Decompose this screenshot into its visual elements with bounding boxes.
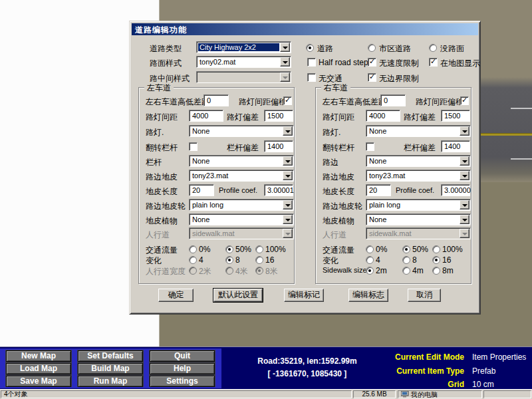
- variation-16-radio[interactable]: [432, 256, 440, 264]
- variation-4-radio[interactable]: [366, 256, 374, 264]
- ground-plant-select[interactable]: None: [189, 213, 294, 225]
- new-map-button[interactable]: New Map: [6, 350, 71, 362]
- sidewalk-size-8m-radio[interactable]: [432, 267, 440, 275]
- radio-urban-road[interactable]: [368, 44, 376, 52]
- ok-button[interactable]: 确定: [158, 289, 194, 302]
- lamp-offset-checkbox[interactable]: [283, 96, 292, 105]
- dropdown-arrow-icon[interactable]: [283, 215, 293, 224]
- traffic-50-radio[interactable]: [402, 245, 410, 253]
- lamp-spacing-input[interactable]: 4000: [366, 110, 400, 122]
- dropdown-arrow-icon[interactable]: [460, 171, 469, 180]
- ground-length-input[interactable]: 20: [366, 184, 391, 196]
- flip-rail-checkbox[interactable]: [366, 142, 374, 151]
- variation-8-radio[interactable]: [402, 256, 410, 264]
- variation-4-radio[interactable]: [189, 256, 197, 264]
- lamp-select[interactable]: None: [189, 125, 294, 137]
- height-diff-input[interactable]: 0: [380, 94, 406, 106]
- dropdown-arrow-icon[interactable]: [283, 171, 293, 180]
- lamp-dev-input[interactable]: 1500: [264, 110, 293, 122]
- traffic-50-radio[interactable]: [225, 245, 233, 253]
- dropdown-arrow-icon[interactable]: [280, 57, 290, 66]
- dropdown-arrow-icon[interactable]: [283, 200, 293, 209]
- grid-row: Grid 10 cm: [372, 380, 531, 389]
- sidewalk-size-4m-radio[interactable]: [402, 267, 410, 275]
- lamp-dev-label: 路灯偏差: [404, 112, 436, 123]
- road-type-value: City Highway 2x2: [198, 43, 279, 51]
- profile-coef-input[interactable]: 3.00000: [441, 184, 470, 196]
- ground-length-input[interactable]: 20: [189, 184, 214, 196]
- ground-plant-select[interactable]: None: [366, 213, 471, 225]
- dialog-titlebar[interactable]: 道路编辑功能: [132, 23, 478, 35]
- settings-button[interactable]: Settings: [150, 376, 215, 387]
- dropdown-arrow-icon[interactable]: [283, 126, 293, 136]
- default-settings-button[interactable]: 默认此设置: [213, 289, 263, 302]
- quit-button[interactable]: Quit: [150, 350, 215, 362]
- dropdown-arrow-icon[interactable]: [283, 156, 293, 166]
- rail-dev-label: 栏杆偏差: [404, 142, 436, 154]
- object-count-cell: 4个对象: [1, 390, 352, 398]
- show-on-map-label: 在地图显示: [440, 58, 480, 69]
- dropdown-arrow-icon[interactable]: [460, 200, 469, 209]
- lamp-offset-checkbox[interactable]: [460, 96, 469, 105]
- no-traffic-checkbox[interactable]: [307, 73, 316, 82]
- traffic-100-radio[interactable]: [255, 245, 263, 253]
- save-map-button[interactable]: Save Map: [6, 376, 71, 387]
- lamp-spacing-input[interactable]: 4000: [189, 110, 223, 122]
- radio-road[interactable]: [306, 44, 314, 52]
- no-speed-limit-checkbox[interactable]: [368, 58, 376, 66]
- edit-mark-button[interactable]: 编辑标记: [284, 289, 324, 302]
- rail-dev-input[interactable]: 1400: [264, 140, 293, 152]
- edit-sign-button[interactable]: 编辑标志: [348, 289, 388, 302]
- build-map-button[interactable]: Build Map: [78, 363, 143, 374]
- variation-8-radio[interactable]: [225, 256, 233, 264]
- traffic-50-label: 50%: [412, 245, 428, 254]
- lamp-label: 路灯.: [146, 127, 164, 138]
- variation-16-radio[interactable]: [255, 256, 263, 264]
- bottom-toolbar: New Map Load Map Save Map Set Defaults B…: [0, 346, 532, 389]
- roadside-ground-select[interactable]: tony23.mat: [366, 170, 471, 182]
- traffic-100-radio[interactable]: [432, 245, 440, 253]
- dropdown-arrow-icon[interactable]: [460, 215, 469, 224]
- set-defaults-button[interactable]: Set Defaults: [78, 350, 143, 362]
- traffic-0-radio[interactable]: [189, 245, 197, 253]
- sidewalk-width-4-label: 4米: [235, 266, 248, 277]
- ground-profile-label: 路边地皮轮: [146, 201, 186, 212]
- rail-select[interactable]: None: [189, 155, 294, 167]
- lamp-dev-input[interactable]: 1500: [441, 110, 470, 122]
- dropdown-arrow-icon[interactable]: [460, 126, 469, 136]
- half-road-step-checkbox[interactable]: [307, 58, 316, 66]
- ground-profile-label: 路边地皮轮: [323, 201, 362, 212]
- load-map-button[interactable]: Load Map: [6, 363, 71, 374]
- sidewalk-size-2m-radio[interactable]: [366, 267, 374, 275]
- roadside-label: 路边: [323, 157, 338, 168]
- run-map-button[interactable]: Run Map: [78, 376, 143, 387]
- radio-no-surface[interactable]: [429, 44, 437, 52]
- variation-4-label: 4: [376, 255, 380, 265]
- ground-plant-label: 地皮植物: [146, 215, 178, 227]
- ground-profile-select[interactable]: plain long: [189, 199, 294, 211]
- help-button[interactable]: Help: [150, 363, 215, 374]
- lamp-label: 路灯.: [323, 127, 340, 138]
- road-type-select[interactable]: City Highway 2x2: [196, 41, 291, 53]
- traffic-100-label: 100%: [265, 245, 286, 254]
- toolbar-column-3: Quit Help Settings: [149, 350, 215, 387]
- half-road-step-label: Half road step: [319, 58, 368, 67]
- traffic-0-radio[interactable]: [366, 245, 374, 253]
- surface-style-label: 路面样式: [150, 58, 182, 69]
- surface-style-select[interactable]: tony02.mat: [196, 56, 291, 68]
- profile-coef-input[interactable]: 3.00001: [264, 184, 293, 196]
- flip-rail-checkbox[interactable]: [189, 142, 198, 151]
- toolbar-column-1: New Map Load Map Save Map: [5, 350, 72, 387]
- roadside-ground-select[interactable]: tony23.mat: [189, 170, 294, 182]
- height-diff-input[interactable]: 0: [203, 94, 229, 106]
- rail-dev-input[interactable]: 1400: [441, 140, 470, 152]
- roadside-select[interactable]: None: [366, 155, 471, 167]
- cancel-button[interactable]: 取消: [408, 289, 441, 302]
- middle-style-select: [196, 71, 291, 83]
- show-on-map-checkbox[interactable]: [429, 58, 438, 66]
- dropdown-arrow-icon[interactable]: [460, 156, 469, 166]
- ground-profile-select[interactable]: plain long: [366, 199, 471, 211]
- no-boundary-checkbox[interactable]: [368, 73, 376, 82]
- lamp-select[interactable]: None: [366, 125, 471, 137]
- dropdown-arrow-icon[interactable]: [280, 43, 290, 52]
